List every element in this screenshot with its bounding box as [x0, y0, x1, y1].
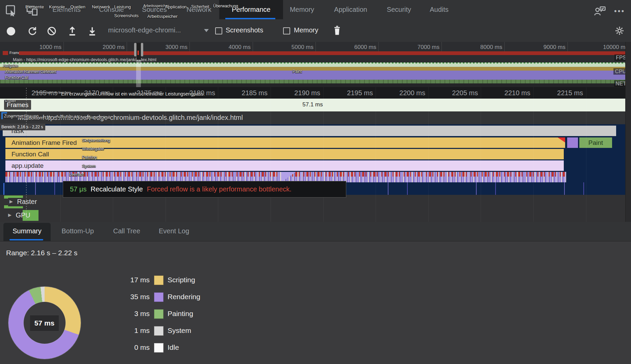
- overview-tick: 10000 ms: [597, 44, 628, 51]
- gear-icon[interactable]: [615, 26, 624, 35]
- tab-network[interactable]: Network: [183, 0, 214, 19]
- legend-value: 0 ms: [102, 339, 150, 356]
- flame-bar-app-label: app.update: [11, 162, 44, 170]
- expander-triangle-icon: ▶: [9, 199, 13, 204]
- feedback-icon[interactable]: [594, 6, 606, 16]
- selected-event-marker: [3, 183, 4, 195]
- overview-tick: 8000 ms: [471, 44, 502, 51]
- main-tab-bar: Elements Console Sources Network Perform…: [0, 0, 631, 20]
- main-track-title: Main — https://microsoft-edge-chromium-d…: [18, 114, 243, 122]
- overlay-ereignisprotokoll: Ereignisprotokoll: [78, 115, 110, 120]
- timeline-overview[interactable]: 1000 ms 2000 ms 3000 ms 4000 ms 5000 ms …: [0, 42, 631, 87]
- dropdown-arrow-icon[interactable]: [204, 29, 209, 32]
- tab-performance[interactable]: Performance: [219, 0, 283, 19]
- overlay-screenshots: Screenshots: [114, 13, 138, 18]
- trash-icon[interactable]: [333, 25, 342, 36]
- flame-bar-paint[interactable]: Paint: [579, 137, 612, 148]
- frames-track[interactable]: Frames 57.1 ms: [0, 99, 625, 112]
- flame-bar-composite[interactable]: [567, 137, 578, 148]
- legend-label: System: [168, 322, 191, 339]
- expander-triangle-icon: ▶: [8, 212, 11, 217]
- overlay-elemente: Elemente: [25, 4, 44, 9]
- tooltip-duration: 57 μs: [70, 185, 86, 193]
- overlay-arbeitsspeicher-bottom: Arbeitsspeicher: [147, 14, 178, 19]
- tab-memory[interactable]: Memory: [286, 0, 318, 19]
- overlay-application: Application: [165, 4, 187, 9]
- flame-bar-fc-label: Function Call: [11, 151, 49, 158]
- tab-summary[interactable]: Summary: [3, 222, 51, 240]
- tab-audits[interactable]: Audits: [426, 0, 452, 19]
- legend-row-total: 57 ms Total: [0, 359, 257, 364]
- overview-tick: 9000 ms: [534, 44, 565, 51]
- idle-swatch: [154, 343, 163, 353]
- tab-elements[interactable]: Elements: [50, 0, 83, 19]
- legend-label: Rendering: [168, 288, 200, 305]
- system-swatch: [154, 326, 163, 336]
- overlay-aufgabe: Aufgabe: [3, 63, 18, 68]
- tab-security[interactable]: Security: [383, 0, 415, 19]
- tab-event-log[interactable]: Event Log: [154, 222, 194, 240]
- legend-value: 17 ms: [102, 271, 150, 288]
- overview-tick: 6000 ms: [345, 44, 376, 51]
- overview-tick: 1000 ms: [30, 44, 61, 51]
- network-band: [0, 83, 625, 87]
- legend-label: Total: [168, 359, 184, 364]
- clear-icon[interactable]: [47, 26, 56, 36]
- performance-toolbar: microsoft-edge-chromi... Screenshots Mem…: [0, 20, 631, 42]
- tab-call-tree[interactable]: Call Tree: [110, 222, 144, 240]
- tab-bottom-up[interactable]: Bottom-Up: [56, 222, 100, 240]
- inspect-icon[interactable]: [5, 5, 17, 16]
- detail-tick: 2210 ms: [497, 89, 530, 97]
- legend-label: Scripting: [168, 271, 195, 288]
- overlay-rahmen-gefeuert: Rahmen Gefeuert: [24, 70, 56, 74]
- profile-select[interactable]: microsoft-edge-chromi...: [108, 26, 181, 34]
- save-profile-icon[interactable]: [87, 26, 97, 36]
- reload-icon[interactable]: [28, 26, 37, 36]
- painting-swatch: [154, 309, 163, 319]
- overlay-painting: Painting: [82, 155, 97, 160]
- frame-duration-label: 57.1 ms: [302, 101, 323, 108]
- more-menu-icon[interactable]: •••: [614, 7, 625, 16]
- legend-value: 1 ms: [102, 322, 150, 339]
- cpu-rendering-band: [0, 71, 625, 80]
- tooltip-event-name: Recalculate Style: [91, 185, 143, 193]
- load-profile-icon[interactable]: [68, 26, 77, 36]
- bereich-overlay: Bereich: 2,16 s - 2,22 s: [0, 124, 45, 130]
- legend-value: 57 ms: [102, 359, 150, 364]
- overview-tick: 5000 ms: [282, 44, 313, 51]
- screenshots-checkbox[interactable]: [215, 27, 222, 34]
- overlay-netzwerk: Netzwerk: [92, 4, 110, 9]
- flame-bar-task[interactable]: Task: [3, 126, 616, 136]
- gpu-track-label: GPU: [16, 211, 30, 219]
- overlay-funktion: Funktion: [5, 75, 21, 80]
- overlay-sicherheit: Sicherheit: [191, 4, 209, 9]
- gpu-expander[interactable]: ▶ GPU: [8, 211, 30, 219]
- raster-expander[interactable]: ▶ Raster: [8, 198, 40, 206]
- screenshots-label[interactable]: Screenshots: [226, 26, 263, 34]
- legend-row-idle: 0 ms Idle: [0, 339, 257, 356]
- rendering-swatch: [154, 292, 163, 302]
- details-tab-bar: Summary Bottom-Up Call Tree Event Log: [0, 222, 631, 241]
- memory-checkbox[interactable]: [283, 27, 290, 34]
- gpu-track[interactable]: ▶ GPU: [0, 209, 625, 222]
- overlay-ueberwachung: Überwachung: [213, 4, 238, 8]
- record-button[interactable]: [7, 27, 15, 35]
- overlay-konsole: Konsole: [49, 4, 65, 9]
- selection-handle-right[interactable]: [141, 43, 143, 56]
- legend-row-rendering: 35 ms Rendering: [0, 288, 257, 305]
- tab-performance-underline: [225, 18, 275, 19]
- legend-row-system: 1 ms System: [0, 322, 257, 339]
- vertical-scrollbar[interactable]: [625, 42, 631, 222]
- fps-chart-band: [0, 62, 625, 67]
- selection-handle-left[interactable]: [134, 43, 136, 56]
- scripting-swatch: [154, 276, 163, 285]
- legend-row-scripting: 17 ms Scripting: [0, 271, 257, 288]
- memory-label[interactable]: Memory: [294, 26, 318, 34]
- event-tooltip: 57 μs Recalculate Style Forced reflow is…: [63, 181, 346, 198]
- tab-application[interactable]: Application: [333, 0, 368, 19]
- selection-red-tick: [137, 51, 139, 55]
- detail-tick: 2190 ms: [286, 89, 320, 97]
- detail-tick: 2215 ms: [549, 89, 583, 97]
- overview-tick: 3000 ms: [156, 44, 187, 51]
- overlay-umflow: Ein erzwungener Umflow ist ein wahrschei…: [61, 91, 205, 97]
